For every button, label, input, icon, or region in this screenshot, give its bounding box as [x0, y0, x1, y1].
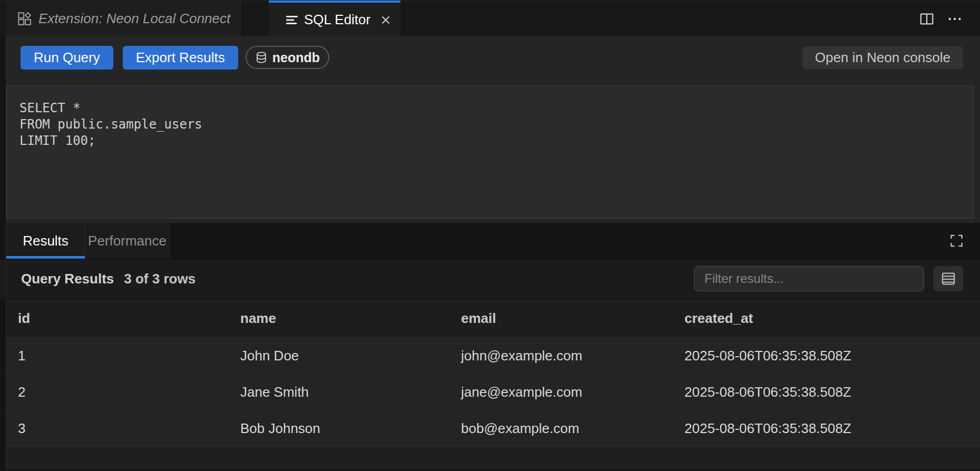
row-view-button[interactable] [933, 266, 963, 291]
table-header-row: id name email created_at [6, 299, 980, 338]
tab-results[interactable]: Results [6, 223, 85, 259]
table-row: 3 Bob Johnson bob@example.com 2025-08-06… [6, 410, 980, 447]
expand-icon[interactable] [950, 234, 963, 248]
rows-icon [940, 271, 956, 287]
table-footer-area [6, 447, 980, 469]
column-header-created-at: created_at [667, 310, 980, 327]
database-selector[interactable]: neondb [246, 46, 329, 69]
cell-id: 2 [6, 384, 223, 400]
query-toolbar: Run Query Export Results neondb Open in … [6, 36, 980, 73]
code-line: LIMIT 100; [19, 133, 973, 149]
cell-name: Jane Smith [223, 384, 444, 400]
row-count-label: 3 of 3 rows [124, 271, 195, 287]
cell-created-at: 2025-08-06T06:35:38.508Z [667, 420, 980, 437]
vscode-window: Extension: Neon Local Connect SQL Editor [0, 0, 980, 471]
more-actions-icon[interactable] [947, 11, 963, 27]
tab-label: SQL Editor [304, 12, 370, 28]
column-header-email: email [444, 310, 667, 327]
extensions-icon [17, 12, 32, 26]
export-results-button[interactable]: Export Results [123, 46, 238, 70]
cell-name: John Doe [223, 348, 444, 364]
list-lines-icon [285, 13, 299, 27]
code-line: FROM public.sample_users [19, 116, 973, 133]
column-header-id: id [6, 310, 223, 327]
tab-label: Extension: Neon Local Connect [38, 11, 230, 27]
query-results-header: Query Results 3 of 3 rows [0, 259, 980, 299]
split-editor-icon[interactable] [919, 11, 935, 27]
results-table: id name email created_at 1 John Doe john… [6, 299, 980, 469]
editor-tab-bar: Extension: Neon Local Connect SQL Editor [0, 0, 980, 36]
results-panel: Results Performance Query Results 3 of 3… [0, 223, 980, 471]
close-icon[interactable] [379, 13, 393, 27]
cell-name: Bob Johnson [223, 420, 444, 437]
run-query-button[interactable]: Run Query [21, 46, 113, 70]
cell-id: 1 [6, 348, 223, 364]
tab-sql-editor[interactable]: SQL Editor [269, 1, 400, 37]
cell-email: john@example.com [444, 348, 667, 364]
cell-created-at: 2025-08-06T06:35:38.508Z [667, 348, 980, 364]
database-icon [255, 51, 268, 64]
results-tab-bar: Results Performance [0, 223, 980, 259]
tab-performance[interactable]: Performance [85, 223, 170, 259]
cell-email: bob@example.com [444, 420, 667, 437]
cell-id: 3 [6, 420, 223, 437]
sql-query-editor[interactable]: SELECT * FROM public.sample_users LIMIT … [6, 86, 974, 219]
sql-editor-panel: Run Query Export Results neondb Open in … [6, 36, 980, 223]
open-neon-console-button[interactable]: Open in Neon console [802, 46, 963, 69]
query-results-title: Query Results [21, 271, 114, 287]
code-line: SELECT * [19, 100, 973, 116]
editor-actions [919, 1, 980, 37]
cell-email: jane@example.com [444, 384, 667, 400]
cell-created-at: 2025-08-06T06:35:38.508Z [667, 384, 980, 400]
filter-results-input[interactable] [694, 266, 924, 291]
column-header-name: name [223, 310, 444, 327]
table-row: 1 John Doe john@example.com 2025-08-06T0… [6, 338, 980, 374]
tab-extension-neon-local-connect[interactable]: Extension: Neon Local Connect [6, 1, 242, 37]
database-name: neondb [272, 50, 320, 65]
table-row: 2 Jane Smith jane@example.com 2025-08-06… [6, 374, 980, 410]
